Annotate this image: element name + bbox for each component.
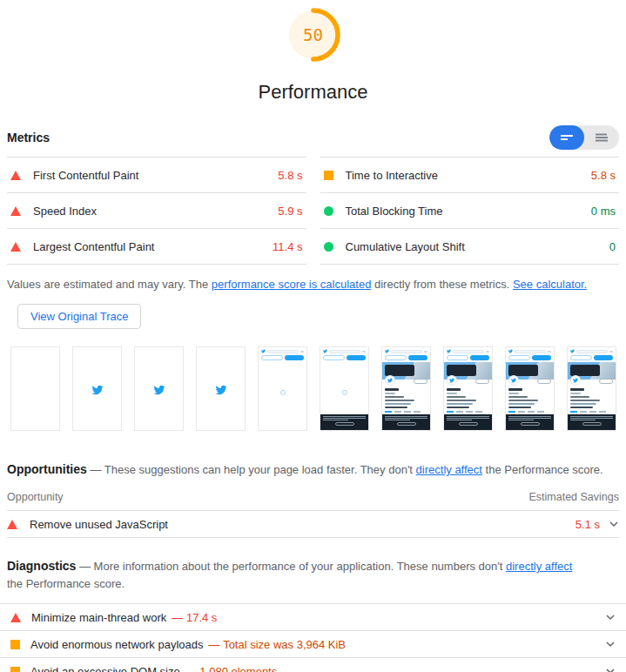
condensed-view-button[interactable]: [549, 125, 584, 150]
diagnostics-list: Minimize main-thread work 17.4 s Avoid e…: [0, 603, 626, 672]
metric-speed-index: Speed Index 5.9 s: [7, 192, 306, 228]
metric-rating-icon: [10, 171, 21, 180]
chevron-down-icon[interactable]: [605, 639, 616, 649]
metrics-grid: First Contentful Paint 5.8 s Speed Index…: [7, 157, 619, 265]
mini-signup-button: [470, 355, 490, 360]
mini-avatar: [508, 375, 519, 386]
directly-affect-link[interactable]: directly affect: [506, 560, 572, 573]
opportunity-column-label: Opportunity: [7, 491, 64, 503]
mini-search-bar: [576, 350, 608, 353]
filmstrip-frame: [258, 346, 307, 431]
metric-value: 11.4 s: [273, 240, 302, 253]
filmstrip-frame: [567, 346, 616, 431]
mini-search-bar: [329, 350, 360, 353]
diagnostic-label: Avoid an excessive DOM size: [30, 665, 180, 672]
twitter-bird-icon: [215, 385, 226, 396]
chevron-down-icon[interactable]: [609, 519, 619, 529]
opportunity-table-header: Opportunity Estimated Savings: [7, 491, 619, 511]
diagnostic-value: Total size was 3,964 KiB: [209, 638, 347, 651]
performance-score-gauge[interactable]: 50: [286, 7, 341, 63]
metric-rating-icon: [10, 206, 21, 216]
mini-search-bar: [391, 350, 422, 353]
mini-login-button: [385, 355, 407, 360]
filmstrip-frame: [381, 346, 431, 431]
mini-menu-dots: [548, 351, 551, 353]
twitter-bird-icon: [323, 349, 327, 353]
mini-follow-button: [475, 379, 489, 384]
mini-login-button: [447, 355, 468, 360]
mini-menu-dots: [609, 351, 613, 353]
mini-menu-dots: [300, 351, 304, 353]
mini-profile-text: [508, 388, 551, 413]
mini-search-bar: [515, 350, 546, 353]
section-title: Diagnostics: [7, 559, 76, 573]
metric-rating-icon: [10, 242, 21, 252]
metric-value: 0 ms: [591, 205, 616, 218]
mini-cookie-banner: [568, 414, 616, 430]
opportunity-remove-unused-javascript[interactable]: Remove unused JavaScript 5.1 s: [7, 511, 619, 538]
metric-first-contentful-paint: First Contentful Paint 5.8 s: [7, 157, 306, 192]
diagnostic-rating-icon: [10, 613, 21, 622]
list-view-icon: [595, 132, 609, 143]
condensed-view-icon: [560, 132, 574, 143]
mini-login-button: [323, 355, 345, 360]
twitter-bird-icon: [261, 349, 266, 353]
metric-rating-icon: [324, 242, 333, 252]
filmstrip-frame: [72, 346, 122, 431]
mini-loading-spinner: [280, 390, 286, 395]
mini-cookie-banner: [320, 414, 368, 430]
mini-menu-dots: [424, 351, 427, 353]
mini-search-bar: [267, 350, 299, 353]
section-description: the Performance score.: [482, 463, 603, 476]
metric-largest-contentful-paint: Largest Contentful Paint 11.4 s: [7, 228, 306, 264]
metrics-disclaimer: Values are estimated and may vary. The p…: [7, 278, 619, 291]
view-original-trace-button[interactable]: View Original Trace: [17, 304, 141, 329]
filmstrip: [10, 346, 616, 431]
diagnostic-label: Avoid enormous network payloads: [30, 638, 204, 651]
twitter-bird-icon: [508, 349, 513, 353]
metric-time-to-interactive: Time to Interactive 5.8 s: [320, 157, 620, 192]
mini-profile-text: [570, 388, 613, 413]
mini-signup-button: [347, 355, 367, 360]
see-calculator-link[interactable]: See calculator.: [513, 278, 587, 291]
metrics-heading: Metrics: [7, 131, 50, 144]
score-calculation-link[interactable]: performance score is calculated: [212, 278, 372, 291]
filmstrip-frame: [10, 346, 60, 431]
diagnostic-avoid-enormous-network-payloads[interactable]: Avoid enormous network payloads Total si…: [0, 630, 626, 657]
performance-category-title[interactable]: Performance: [259, 81, 368, 104]
metric-value: 5.8 s: [591, 169, 616, 182]
mini-signup-button: [594, 355, 614, 360]
diagnostic-avoid-excessive-dom-size[interactable]: Avoid an excessive DOM size 1,080 elemen…: [0, 657, 626, 672]
mini-cookie-banner: [506, 414, 554, 430]
mini-profile-text: [385, 388, 427, 413]
chevron-down-icon[interactable]: [605, 666, 616, 672]
chevron-down-icon[interactable]: [605, 612, 616, 622]
opportunity-value: 5.1 s: [560, 518, 600, 531]
mini-menu-dots: [486, 351, 489, 353]
diagnostic-rating-icon: [10, 667, 20, 672]
directly-affect-link[interactable]: directly affect: [416, 463, 482, 476]
twitter-bird-icon: [570, 349, 575, 353]
disclaimer-text: Values are estimated and may vary. The: [7, 278, 212, 291]
mini-login-button: [508, 355, 530, 360]
diagnostic-rating-icon: [10, 640, 20, 649]
mini-signup-button: [532, 355, 552, 360]
list-view-button[interactable]: [584, 125, 619, 150]
twitter-bird-icon: [91, 385, 103, 396]
estimated-savings-column-label: Estimated Savings: [528, 491, 619, 503]
diagnostic-minimize-main-thread-work[interactable]: Minimize main-thread work 17.4 s: [0, 603, 626, 630]
opportunities-heading: Opportunities — These suggestions can he…: [7, 460, 619, 479]
opportunity-label: Remove unused JavaScript: [30, 518, 168, 531]
mini-signup-button: [408, 355, 428, 360]
section-description: — More information about the performance…: [76, 560, 506, 573]
mini-signup-button: [285, 355, 305, 360]
metrics-view-toggle: [549, 125, 619, 150]
mini-avatar: [385, 375, 395, 386]
twitter-bird-icon: [385, 349, 389, 353]
metric-label: Total Blocking Time: [346, 205, 443, 218]
section-description: the Performance score.: [7, 577, 125, 590]
metric-value: 5.9 s: [278, 205, 302, 218]
metric-rating-icon: [324, 206, 333, 216]
twitter-bird-icon: [153, 385, 165, 396]
metric-label: Cumulative Layout Shift: [346, 240, 465, 253]
